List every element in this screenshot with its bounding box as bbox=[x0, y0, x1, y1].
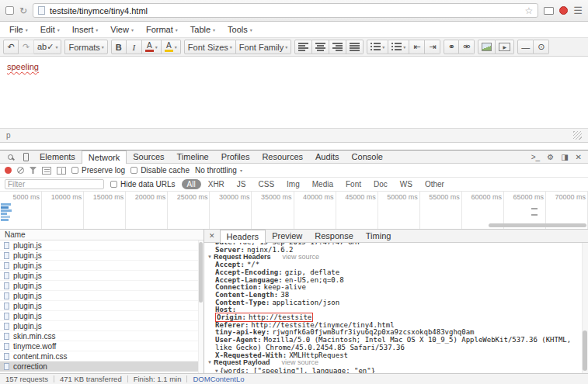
undo-button[interactable]: ↶ bbox=[3, 40, 19, 54]
menu-format[interactable]: Format▾ bbox=[140, 22, 184, 37]
throttling-dropdown[interactable]: No throttling ▾ bbox=[195, 166, 242, 175]
request-row[interactable]: plugin.js bbox=[0, 281, 204, 291]
element-path[interactable]: p bbox=[6, 131, 11, 140]
device-mode-icon[interactable] bbox=[18, 150, 33, 163]
resize-grip[interactable] bbox=[573, 131, 582, 140]
request-row[interactable]: plugin.js bbox=[0, 240, 204, 251]
numbered-list-button[interactable]: ▾ bbox=[388, 40, 409, 54]
browser-menu-icon[interactable]: ☰ bbox=[573, 5, 583, 16]
disclosure-triangle-icon[interactable]: ▼ bbox=[207, 360, 212, 365]
backcolor-button[interactable]: A▾ bbox=[162, 40, 181, 54]
preview-button[interactable]: ⊙ bbox=[534, 40, 549, 54]
hide-data-urls-checkbox[interactable]: Hide data URLs bbox=[110, 180, 176, 189]
misspelled-word[interactable]: speeling bbox=[7, 62, 39, 71]
tab-timeline[interactable]: Timeline bbox=[171, 150, 215, 163]
filter-other[interactable]: Other bbox=[419, 179, 450, 189]
filter-font[interactable]: Font bbox=[340, 179, 367, 189]
address-bar[interactable]: testsite/tinymce/tiny4.html ☆ bbox=[33, 3, 538, 18]
record-network-icon[interactable] bbox=[5, 167, 12, 174]
menu-edit[interactable]: Edit▾ bbox=[34, 22, 66, 37]
request-row[interactable]: skin.min.css bbox=[0, 331, 204, 341]
request-list-scrollbar[interactable] bbox=[198, 240, 204, 373]
image-button[interactable] bbox=[478, 40, 496, 54]
request-row[interactable]: plugin.js bbox=[0, 311, 204, 321]
console-drawer-icon[interactable]: >_ bbox=[531, 153, 540, 161]
menu-tools[interactable]: Tools▾ bbox=[221, 22, 259, 37]
request-row[interactable]: plugin.js bbox=[0, 261, 204, 271]
network-overview[interactable]: 5000 ms10000 ms15000 ms20000 ms25000 ms3… bbox=[0, 192, 588, 230]
view-source-link[interactable]: view source bbox=[281, 358, 318, 366]
spellcheck-button[interactable]: ab✓▾ bbox=[34, 40, 61, 54]
menu-view[interactable]: View▾ bbox=[104, 22, 140, 37]
menu-insert[interactable]: Insert▾ bbox=[66, 22, 105, 37]
settings-gear-icon[interactable]: ⚙ bbox=[547, 153, 554, 161]
tab-console[interactable]: Console bbox=[346, 150, 389, 163]
name-column-header[interactable]: Name bbox=[0, 230, 204, 240]
link-button[interactable]: ⚭ bbox=[444, 40, 459, 54]
align-left-button[interactable] bbox=[294, 40, 312, 54]
timeline-view-icon[interactable] bbox=[57, 167, 66, 175]
editor-content[interactable]: speeling bbox=[0, 57, 588, 128]
indent-button[interactable]: ⇥ bbox=[425, 40, 440, 54]
clear-requests-icon[interactable] bbox=[17, 167, 24, 174]
bullet-list-button[interactable]: ▾ bbox=[367, 40, 388, 54]
unlink-button[interactable]: ⚮ bbox=[459, 40, 475, 54]
page-icon[interactable] bbox=[5, 6, 14, 15]
media-button[interactable]: ▶ bbox=[496, 40, 514, 54]
align-right-button[interactable] bbox=[329, 40, 346, 54]
bookmark-star-icon[interactable]: ☆ bbox=[525, 5, 534, 16]
request-row[interactable]: tinymce.woff bbox=[0, 341, 204, 351]
scrollbar-thumb[interactable] bbox=[199, 242, 203, 303]
hr-button[interactable]: — bbox=[517, 40, 534, 54]
request-row[interactable]: plugin.js bbox=[0, 251, 204, 261]
tab-resources[interactable]: Resources bbox=[256, 150, 309, 163]
filter-img[interactable]: Img bbox=[281, 179, 305, 189]
details-scrollbar[interactable] bbox=[582, 243, 588, 373]
filter-doc[interactable]: Doc bbox=[368, 179, 393, 189]
request-row[interactable]: plugin.js bbox=[0, 321, 204, 331]
tab-sources[interactable]: Sources bbox=[127, 150, 170, 163]
close-devtools-icon[interactable]: ✕ bbox=[576, 153, 582, 161]
menu-file[interactable]: File▾ bbox=[3, 22, 34, 37]
disclosure-triangle-icon[interactable]: ▼ bbox=[207, 254, 212, 259]
request-row[interactable]: plugin.js bbox=[0, 301, 204, 311]
filter-all[interactable]: All bbox=[182, 179, 201, 189]
inspect-element-icon[interactable] bbox=[2, 150, 18, 163]
detail-tab-headers[interactable]: Headers bbox=[220, 230, 266, 243]
request-row[interactable]: plugin.js bbox=[0, 271, 204, 281]
window-extension-icon[interactable] bbox=[544, 7, 554, 15]
font-sizes-dropdown[interactable]: Font Sizes▾ bbox=[184, 40, 236, 54]
detail-tab-response[interactable]: Response bbox=[308, 230, 360, 242]
record-extension-icon[interactable] bbox=[559, 6, 568, 15]
detail-tab-preview[interactable]: Preview bbox=[266, 230, 308, 242]
redo-button[interactable]: ↷ bbox=[19, 40, 34, 54]
filter-js[interactable]: JS bbox=[231, 179, 252, 189]
tab-profiles[interactable]: Profiles bbox=[215, 150, 256, 163]
detail-tab-timing[interactable]: Timing bbox=[360, 230, 398, 242]
italic-button[interactable]: I bbox=[127, 40, 142, 54]
align-justify-button[interactable] bbox=[346, 40, 364, 54]
disclosure-triangle-icon[interactable]: ▼ bbox=[215, 368, 218, 373]
filter-input[interactable] bbox=[5, 179, 104, 189]
view-source-link[interactable]: view source bbox=[282, 253, 319, 261]
dock-side-icon[interactable]: ◨ bbox=[561, 153, 568, 161]
filter-media[interactable]: Media bbox=[307, 179, 339, 189]
formats-dropdown[interactable]: Formats▾ bbox=[64, 40, 107, 54]
tab-elements[interactable]: Elements bbox=[33, 150, 82, 163]
align-center-button[interactable] bbox=[312, 40, 329, 54]
font-family-dropdown[interactable]: Font Family▾ bbox=[236, 40, 291, 54]
tab-audits[interactable]: Audits bbox=[309, 150, 346, 163]
outdent-button[interactable]: ⇤ bbox=[409, 40, 425, 54]
filter-icon[interactable] bbox=[30, 167, 37, 174]
timeline-scrollbar[interactable] bbox=[489, 223, 586, 227]
large-rows-icon[interactable] bbox=[42, 167, 51, 175]
request-row[interactable]: correction bbox=[0, 362, 204, 372]
request-row[interactable]: content.min.css bbox=[0, 351, 204, 362]
bold-button[interactable]: B bbox=[111, 40, 127, 54]
filter-ws[interactable]: WS bbox=[395, 179, 418, 189]
forecolor-button[interactable]: A▾ bbox=[142, 40, 162, 54]
reload-icon[interactable]: ↻ bbox=[19, 6, 27, 16]
scrollbar-thumb[interactable] bbox=[583, 330, 587, 371]
close-details-icon[interactable]: ✕ bbox=[204, 230, 220, 242]
menu-table[interactable]: Table▾ bbox=[184, 22, 221, 37]
